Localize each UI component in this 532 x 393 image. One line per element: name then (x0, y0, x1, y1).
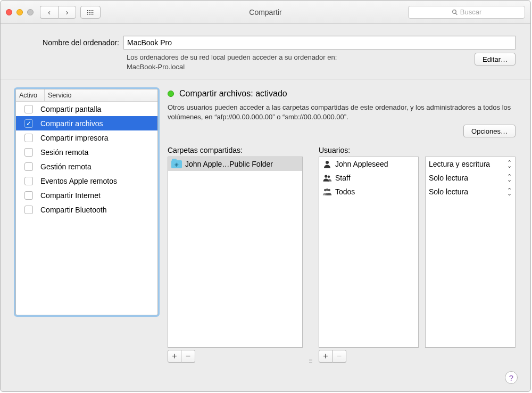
permission-label: Solo lectura (429, 174, 468, 182)
permission-row[interactable]: Solo lectura⌃⌄ (426, 171, 515, 185)
edit-hostname-button[interactable]: Editar… (475, 53, 516, 66)
chevron-left-icon: ‹ (48, 8, 51, 16)
search-placeholder: Buscar (460, 8, 481, 16)
service-label: Sesión remota (40, 148, 88, 157)
service-checkbox[interactable] (24, 119, 33, 128)
options-button[interactable]: Opciones… (463, 125, 516, 137)
service-row[interactable]: Compartir impresora (16, 130, 157, 145)
permission-row[interactable]: Lectura y escritura⌃⌄ (426, 157, 515, 171)
help-button[interactable]: ? (505, 371, 518, 384)
services-header: Activo Servicio (16, 89, 157, 102)
close-window-button[interactable] (6, 9, 12, 15)
everyone-icon (322, 187, 332, 196)
people-icon (322, 173, 332, 183)
remove-folder-button[interactable]: − (181, 350, 195, 363)
permission-row[interactable]: Solo lectura⌃⌄ (426, 185, 515, 199)
show-all-prefs-button[interactable] (80, 6, 101, 19)
permission-label: Solo lectura (429, 187, 468, 196)
forward-button[interactable]: › (58, 6, 76, 19)
permission-stepper[interactable]: ⌃⌄ (507, 189, 512, 195)
folder-label: John Apple…Public Folder (185, 160, 273, 168)
svg-point-0 (326, 161, 329, 164)
add-user-button[interactable]: + (319, 350, 332, 363)
status-description: Otros usuarios pueden acceder a las carp… (168, 103, 516, 121)
sharing-preferences-window: ‹ › Compartir Buscar Nombre del ordenado… (0, 0, 531, 392)
shared-folders-label: Carpetas compartidas: (168, 146, 303, 154)
permissions-label-spacer (425, 146, 516, 154)
minimize-window-button[interactable] (16, 9, 23, 15)
shared-folders-list[interactable]: ◈John Apple…Public Folder (168, 157, 303, 348)
services-header-service: Servicio (45, 89, 157, 101)
service-checkbox[interactable] (24, 105, 33, 113)
search-icon (452, 9, 458, 15)
service-label: Eventos Apple remotos (40, 177, 117, 185)
chevron-right-icon: › (66, 8, 69, 16)
service-detail-pane: Compartir archivos: activado Otros usuar… (168, 89, 516, 363)
service-checkbox[interactable] (24, 177, 33, 185)
computer-name-hint: Los ordenadores de su red local pueden a… (127, 53, 337, 71)
back-button[interactable]: ‹ (40, 6, 58, 19)
remove-user-button: − (332, 350, 346, 363)
service-checkbox[interactable] (24, 134, 33, 142)
svg-point-3 (324, 189, 327, 192)
service-row[interactable]: Compartir Internet (16, 188, 157, 202)
svg-point-5 (328, 189, 331, 192)
grid-icon (87, 10, 94, 15)
user-row[interactable]: John Appleseed (319, 157, 418, 171)
service-row[interactable]: Compartir archivos (16, 116, 157, 130)
user-row[interactable]: Staff (319, 171, 418, 185)
service-row[interactable]: Compartir pantalla (16, 102, 157, 116)
service-label: Compartir impresora (40, 134, 109, 142)
person-icon (322, 159, 332, 169)
computer-name-input[interactable] (123, 36, 516, 50)
svg-point-4 (326, 189, 329, 191)
permissions-list[interactable]: Lectura y escritura⌃⌄Solo lectura⌃⌄Solo … (425, 157, 516, 348)
status-indicator-icon (168, 91, 174, 97)
service-label: Compartir Internet (40, 191, 101, 200)
services-list[interactable]: Activo Servicio Compartir pantallaCompar… (15, 89, 158, 315)
service-row[interactable]: Eventos Apple remotos (16, 174, 157, 188)
users-list[interactable]: John AppleseedStaffTodos (319, 157, 419, 348)
service-checkbox[interactable] (24, 206, 33, 214)
service-checkbox[interactable] (24, 148, 33, 157)
window-controls (6, 9, 34, 15)
service-label: Compartir pantalla (40, 105, 101, 113)
folder-row[interactable]: ◈John Apple…Public Folder (168, 157, 302, 171)
titlebar: ‹ › Compartir Buscar (1, 1, 530, 24)
computer-name-label: Nombre del ordenador: (15, 38, 119, 47)
service-row[interactable]: Sesión remota (16, 145, 157, 159)
service-label: Compartir archivos (40, 119, 103, 128)
computer-name-section: Nombre del ordenador: Los ordenadores de… (1, 24, 530, 79)
service-checkbox[interactable] (24, 191, 33, 200)
user-label: Staff (335, 174, 351, 182)
list-resize-handle[interactable] (309, 327, 312, 363)
svg-point-1 (325, 175, 327, 178)
user-row[interactable]: Todos (319, 185, 418, 199)
service-label: Gestión remota (40, 162, 92, 171)
add-folder-button[interactable]: + (168, 350, 181, 363)
user-label: Todos (335, 187, 355, 196)
zoom-window-button[interactable] (27, 9, 34, 15)
permission-label: Lectura y escritura (429, 160, 490, 168)
permission-stepper[interactable]: ⌃⌄ (507, 161, 512, 168)
service-row[interactable]: Gestión remota (16, 159, 157, 174)
search-field[interactable]: Buscar (408, 6, 525, 19)
nav-back-forward: ‹ › (40, 6, 76, 19)
folder-icon: ◈ (171, 160, 182, 168)
service-checkbox[interactable] (24, 162, 33, 171)
permission-stepper[interactable]: ⌃⌄ (507, 175, 512, 182)
status-title: Compartir archivos: activado (179, 89, 287, 99)
users-label: Usuarios: (319, 146, 419, 154)
svg-point-2 (328, 176, 330, 178)
services-header-active: Activo (16, 89, 45, 101)
service-label: Compartir Bluetooth (40, 206, 107, 214)
user-label: John Appleseed (335, 160, 388, 168)
service-row[interactable]: Compartir Bluetooth (16, 202, 157, 217)
